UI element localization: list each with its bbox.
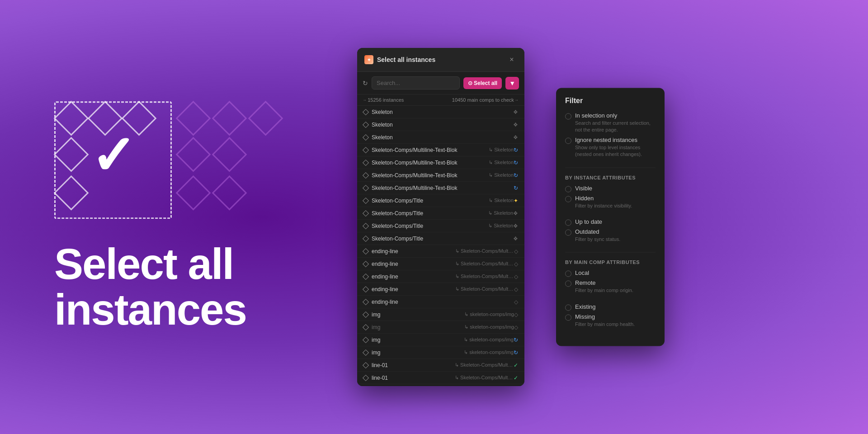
local-label: Local bbox=[575, 270, 589, 277]
item-diamond-icon bbox=[363, 362, 369, 368]
missing-label: Missing bbox=[575, 313, 635, 320]
item-status-icon: ◇ bbox=[514, 274, 518, 280]
radio-remote[interactable] bbox=[565, 281, 571, 287]
diamond-icon-faded bbox=[176, 175, 211, 211]
plugin-logo: ✦ bbox=[364, 55, 373, 64]
checkmark-icon: ✓ bbox=[90, 128, 136, 183]
list-item[interactable]: ending-line◇ bbox=[357, 296, 524, 308]
list-item[interactable]: Skeleton❖ bbox=[357, 118, 524, 131]
item-actions: ❖ bbox=[513, 134, 518, 141]
item-parent: Skeleton bbox=[488, 210, 513, 216]
item-name: Skeleton-Comps/Multiline-Text-Blok bbox=[372, 160, 486, 166]
item-name: img bbox=[372, 337, 461, 343]
item-diamond-icon bbox=[363, 298, 369, 305]
list-item[interactable]: Skeleton❖ bbox=[357, 131, 524, 144]
list-item[interactable]: ending-line Skeleton-Comps/Multiline-Tex… bbox=[357, 270, 524, 283]
item-actions: ◇ bbox=[514, 248, 518, 255]
diamond-icon-faded bbox=[212, 137, 247, 172]
item-name: ending-line bbox=[372, 274, 453, 280]
item-name: ending-line bbox=[372, 248, 453, 255]
radio-local[interactable] bbox=[565, 271, 571, 277]
list-item[interactable]: Skeleton-Comps/Multiline-Text-Blok Skele… bbox=[357, 156, 524, 169]
list-item[interactable]: Skeleton-Comps/Title Skeleton✦ bbox=[357, 194, 524, 207]
list-item[interactable]: Skeleton-Comps/Multiline-Text-Blok↻ bbox=[357, 182, 524, 194]
filter-option-ignore-nested: Ignore nested instances Show only top le… bbox=[565, 137, 656, 158]
instances-list[interactable]: Skeleton❖Skeleton❖Skeleton❖Skeleton-Comp… bbox=[357, 106, 524, 386]
item-parent: skeleton-comps/img bbox=[464, 349, 514, 355]
item-status-icon: ❖ bbox=[513, 109, 518, 115]
main-panel: ✦ Select all instances × ↻ ⊙ Select all … bbox=[357, 48, 524, 386]
radio-visible[interactable] bbox=[565, 186, 571, 192]
list-item[interactable]: Skeleton-Comps/Title Skeleton❖ bbox=[357, 220, 524, 232]
search-input[interactable] bbox=[372, 76, 460, 90]
item-status-icon: ↻ bbox=[514, 172, 518, 179]
radio-existing[interactable] bbox=[565, 304, 571, 311]
filter-option-existing: Existing bbox=[565, 303, 656, 311]
item-actions: ↻ bbox=[514, 172, 518, 179]
item-parent: skeleton-comps/img bbox=[464, 337, 514, 343]
list-item[interactable]: line-01 Skeleton-Comps/Multiline-Text-Bl… bbox=[357, 384, 524, 386]
list-item[interactable]: ending-line Skeleton-Comps/Multiline-Tex… bbox=[357, 283, 524, 296]
item-name: ending-line bbox=[372, 261, 453, 267]
item-diamond-icon bbox=[363, 134, 369, 140]
item-name: Skeleton-Comps/Multiline-Text-Blok bbox=[372, 147, 486, 153]
item-status-icon: ❖ bbox=[513, 236, 518, 242]
item-status-icon: ◇ bbox=[514, 324, 518, 330]
diamond-icon-faded bbox=[176, 137, 211, 172]
list-item[interactable]: ending-line Skeleton-Comps/Multiline-Tex… bbox=[357, 245, 524, 258]
list-item[interactable]: line-01 Skeleton-Comps/Multiline-Text-Bl… bbox=[357, 372, 524, 384]
item-status-icon: ↻ bbox=[514, 160, 518, 166]
comps-count: 10450 main comps to check ·· bbox=[452, 97, 518, 103]
filter-panel-title: Filter bbox=[565, 97, 656, 105]
list-item[interactable]: Skeleton-Comps/Multiline-Text-Blok Skele… bbox=[357, 144, 524, 156]
list-item[interactable]: line-01 Skeleton-Comps/Multiline-Text-Bl… bbox=[357, 359, 524, 372]
radio-missing[interactable] bbox=[565, 314, 571, 321]
list-item[interactable]: Skeleton-Comps/Title❖ bbox=[357, 232, 524, 245]
item-parent: Skeleton-Comps/Multiline-Text-Blok bbox=[455, 375, 514, 381]
in-selection-desc: Search and filter current selection, not… bbox=[575, 120, 656, 134]
list-item[interactable]: ending-line Skeleton-Comps/Multiline-Tex… bbox=[357, 258, 524, 270]
panel-header: ✦ Select all instances × bbox=[357, 48, 524, 72]
filter-toggle-button[interactable]: ▼ bbox=[505, 77, 519, 90]
close-button[interactable]: × bbox=[506, 54, 517, 65]
item-parent: Skeleton-Comps/Multiline-Text-Blok bbox=[455, 248, 514, 254]
item-parent: Skeleton bbox=[488, 223, 513, 229]
item-actions: ◇ bbox=[514, 274, 518, 280]
list-item[interactable]: img skeleton-comps/img◇ bbox=[357, 308, 524, 321]
list-item[interactable]: img skeleton-comps/img↻ bbox=[357, 346, 524, 359]
remote-label: Remote bbox=[575, 280, 633, 287]
radio-ignore-nested[interactable] bbox=[565, 137, 571, 144]
instances-count: ·· 15256 instances bbox=[363, 97, 404, 103]
item-name: img bbox=[372, 324, 462, 330]
item-actions: ❖ bbox=[513, 210, 518, 217]
diamond-icon-faded bbox=[212, 175, 247, 211]
panel-title-row: ✦ Select all instances bbox=[364, 55, 435, 64]
radio-outdated[interactable] bbox=[565, 229, 571, 236]
filter-option-hidden: Hidden Filter by instance visibility. bbox=[565, 195, 656, 209]
radio-hidden[interactable] bbox=[565, 196, 571, 202]
item-actions: ❖ bbox=[513, 109, 518, 115]
radio-up-to-date[interactable] bbox=[565, 219, 571, 226]
origin-desc: Filter by main comp origin. bbox=[575, 288, 633, 294]
hidden-label: Hidden bbox=[575, 195, 632, 202]
list-item[interactable]: img skeleton-comps/img↻ bbox=[357, 334, 524, 346]
filter-option-missing: Missing Filter by main comp health. bbox=[565, 313, 656, 328]
item-name: Skeleton-Comps/Title bbox=[372, 210, 486, 217]
filter-section-selection: In selection only Search and filter curr… bbox=[565, 112, 656, 158]
refresh-icon[interactable]: ↻ bbox=[363, 80, 368, 87]
item-name: Skeleton-Comps/Multiline-Text-Blok bbox=[372, 172, 486, 179]
list-item[interactable]: Skeleton-Comps/Title Skeleton❖ bbox=[357, 207, 524, 220]
item-actions: ❖ bbox=[513, 236, 518, 242]
list-item[interactable]: Skeleton❖ bbox=[357, 106, 524, 118]
select-all-button[interactable]: ⊙ Select all bbox=[463, 77, 502, 89]
item-name: ending-line bbox=[372, 299, 514, 305]
item-actions: ❖ bbox=[513, 223, 518, 229]
item-parent: Skeleton bbox=[489, 198, 514, 203]
radio-in-selection[interactable] bbox=[565, 113, 571, 119]
item-diamond-icon bbox=[363, 349, 369, 355]
list-item[interactable]: Skeleton-Comps/Multiline-Text-Blok Skele… bbox=[357, 169, 524, 182]
item-status-icon: ◇ bbox=[514, 299, 518, 305]
filter-divider-1 bbox=[565, 167, 656, 168]
list-item[interactable]: img skeleton-comps/img◇ bbox=[357, 321, 524, 334]
item-diamond-icon bbox=[363, 260, 369, 267]
